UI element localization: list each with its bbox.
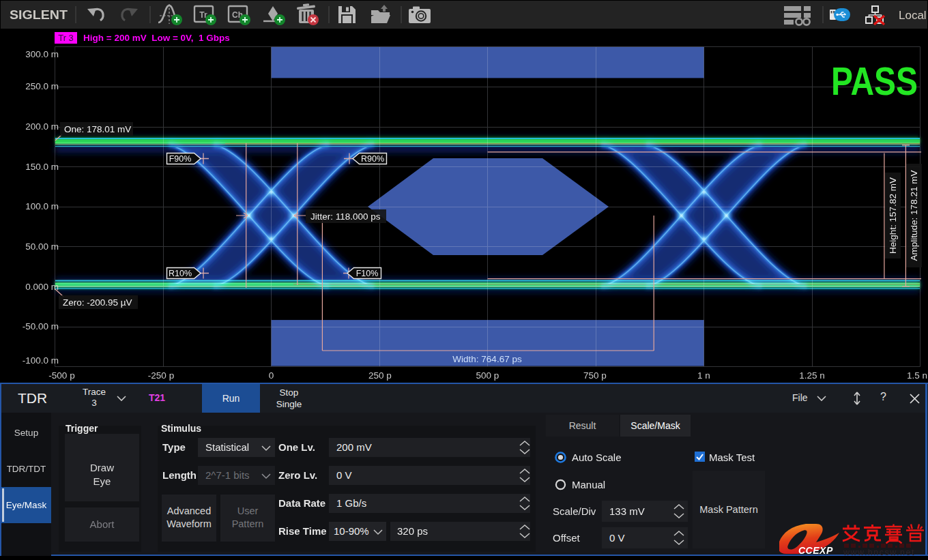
svg-text:www.hncsw.net: www.hncsw.net	[843, 548, 915, 556]
svg-text:0.000 m: 0.000 m	[25, 282, 59, 292]
svg-text:1 n: 1 n	[697, 370, 710, 381]
svg-text:-500 p: -500 p	[48, 370, 74, 381]
svg-text:Height: 157.82 mV: Height: 157.82 mV	[888, 177, 898, 254]
svg-text:-100.0 m: -100.0 m	[23, 355, 59, 366]
svg-text:Amplitude: 178.21 mV: Amplitude: 178.21 mV	[909, 171, 919, 261]
svg-text:-250 p: -250 p	[148, 370, 174, 381]
svg-text:100.0 m: 100.0 m	[25, 201, 59, 211]
svg-text:PASS: PASS	[831, 59, 918, 103]
svg-text:150.0 m: 150.0 m	[25, 162, 59, 172]
svg-text:F90%: F90%	[169, 154, 192, 164]
svg-text:R90%: R90%	[361, 154, 384, 164]
svg-text:Width: 764.67 ps: Width: 764.67 ps	[452, 354, 522, 364]
svg-text:Zero: -200.95 µV: Zero: -200.95 µV	[63, 297, 132, 308]
svg-text:250 p: 250 p	[368, 370, 392, 381]
svg-text:Jitter: 118.000 ps: Jitter: 118.000 ps	[310, 211, 381, 222]
svg-text:300.0 m: 300.0 m	[25, 49, 59, 59]
svg-text:200.0 m: 200.0 m	[25, 121, 59, 132]
svg-text:50.00 m: 50.00 m	[25, 241, 59, 252]
svg-text:One: 178.01 mV: One: 178.01 mV	[64, 124, 131, 134]
svg-text:1.5 n: 1.5 n	[907, 370, 927, 381]
svg-text:-50.00 m: -50.00 m	[23, 321, 59, 331]
svg-text:1.25 n: 1.25 n	[799, 370, 825, 381]
svg-text:750 p: 750 p	[583, 370, 607, 381]
svg-text:R10%: R10%	[169, 269, 192, 278]
svg-text:0: 0	[269, 370, 274, 381]
svg-text:500 p: 500 p	[476, 370, 499, 381]
svg-text:F10%: F10%	[356, 269, 379, 278]
svg-text:CCEXP: CCEXP	[798, 545, 833, 556]
svg-text:250.0 m: 250.0 m	[25, 81, 59, 91]
